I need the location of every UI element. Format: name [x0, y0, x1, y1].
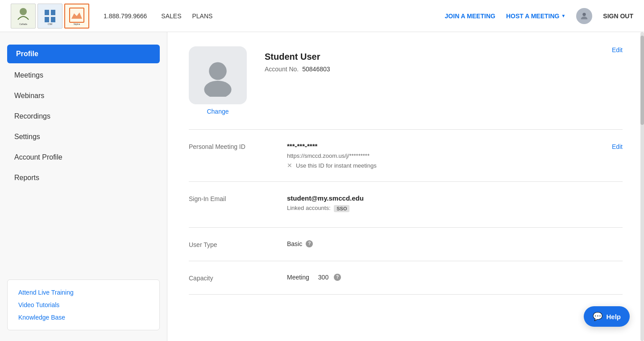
- capacity-label: Capacity: [189, 274, 287, 282]
- main-content: Change Student User Account No. 50846803…: [167, 32, 644, 341]
- account-label: Account No.: [265, 66, 299, 73]
- sign-in-email: student@my.smccd.edu: [287, 194, 623, 202]
- svg-point-0: [20, 8, 27, 15]
- profile-account: Account No. 50846803: [265, 66, 612, 73]
- profile-name: Student User: [265, 52, 612, 62]
- host-meeting-button[interactable]: HOST A MEETING ▼: [506, 12, 565, 20]
- personal-meeting-id-value: ***-***-**** https://smccd.zoom.us/j/***…: [287, 142, 612, 169]
- user-type: Basic: [287, 240, 302, 247]
- personal-meeting-url: https://smccd.zoom.us/j/*********: [287, 152, 612, 159]
- sidebar-help-box: Attend Live Training Video Tutorials Kno…: [7, 279, 160, 330]
- logos: Cañada CSM Skyline: [11, 4, 89, 29]
- canada-college-logo: Cañada: [11, 4, 36, 29]
- sign-in-email-value: student@my.smccd.edu Linked accounts: SS…: [287, 194, 623, 215]
- user-type-row: Basic ?: [287, 240, 623, 247]
- csm-logo: CSM: [37, 4, 62, 29]
- user-type-section: User Type Basic ?: [189, 228, 623, 261]
- header-actions: JOIN A MEETING HOST A MEETING ▼ SIGN OUT: [445, 8, 633, 24]
- sidebar-item-meetings[interactable]: Meetings: [0, 65, 167, 86]
- instant-meeting-label: Use this ID for instant meetings: [296, 162, 377, 169]
- svg-point-9: [583, 12, 586, 16]
- checkbox-x-icon: ✕: [287, 162, 292, 169]
- chevron-down-icon: ▼: [561, 13, 565, 18]
- capacity-value: Meeting 300 ?: [287, 274, 623, 281]
- instant-meeting-row: ✕ Use this ID for instant meetings: [287, 162, 612, 169]
- scrollbar[interactable]: [640, 32, 644, 341]
- capacity-help-icon[interactable]: ?: [334, 274, 341, 281]
- sidebar-nav: Profile Meetings Webinars Recordings Set…: [0, 43, 167, 269]
- video-tutorials-link[interactable]: Video Tutorials: [18, 301, 149, 308]
- sidebar-item-reports[interactable]: Reports: [0, 168, 167, 188]
- header: Cañada CSM Skyline 1.888.799.9666 SALES …: [0, 0, 644, 32]
- sales-nav-link[interactable]: SALES: [161, 12, 181, 20]
- page-layout: Profile Meetings Webinars Recordings Set…: [0, 32, 644, 341]
- capacity-meeting-label: Meeting: [287, 274, 309, 281]
- profile-avatar: [189, 46, 247, 104]
- user-type-value: Basic ?: [287, 240, 623, 247]
- svg-point-11: [204, 81, 231, 97]
- skyline-logo: Skyline: [64, 4, 89, 29]
- svg-rect-2: [45, 10, 49, 15]
- capacity-section: Capacity Meeting 300 ?: [189, 261, 623, 295]
- svg-rect-3: [51, 10, 55, 15]
- svg-text:Skyline: Skyline: [74, 23, 80, 25]
- profile-edit-button[interactable]: Edit: [612, 46, 623, 53]
- user-type-help-icon[interactable]: ?: [306, 240, 313, 247]
- profile-header-section: Change Student User Account No. 50846803…: [189, 46, 623, 130]
- svg-text:CSM: CSM: [48, 23, 52, 25]
- svg-rect-5: [51, 17, 55, 22]
- header-phone: 1.888.799.9666: [104, 12, 147, 20]
- sidebar-item-webinars[interactable]: Webinars: [0, 86, 167, 106]
- sidebar-item-recordings[interactable]: Recordings: [0, 106, 167, 127]
- host-meeting-label: HOST A MEETING: [506, 12, 560, 20]
- linked-accounts-row: Linked accounts: SSO: [287, 205, 623, 212]
- sidebar-item-settings[interactable]: Settings: [0, 127, 167, 147]
- sign-in-email-section: Sign-In Email student@my.smccd.edu Linke…: [189, 182, 623, 228]
- personal-meeting-id-section: Personal Meeting ID ***-***-**** https:/…: [189, 130, 623, 182]
- user-type-label: User Type: [189, 240, 287, 248]
- knowledge-base-link[interactable]: Knowledge Base: [18, 314, 149, 321]
- svg-point-10: [209, 62, 227, 80]
- attend-live-training-link[interactable]: Attend Live Training: [18, 289, 149, 296]
- sidebar-item-profile[interactable]: Profile: [7, 45, 160, 63]
- personal-meeting-id-label: Personal Meeting ID: [189, 142, 287, 150]
- svg-rect-4: [45, 17, 49, 22]
- avatar-icon: [198, 57, 238, 102]
- profile-info: Student User Account No. 50846803: [265, 46, 612, 73]
- sidebar-item-account-profile[interactable]: Account Profile: [0, 147, 167, 168]
- personal-meeting-id: ***-***-****: [287, 142, 612, 150]
- help-fab-icon: 💬: [593, 312, 602, 321]
- sign-out-button[interactable]: SIGN OUT: [603, 12, 633, 20]
- capacity-row: Meeting 300 ?: [287, 274, 623, 281]
- linked-accounts-label: Linked accounts:: [287, 205, 331, 211]
- scrollbar-thumb[interactable]: [640, 36, 644, 125]
- header-nav: SALES PLANS: [161, 12, 212, 20]
- account-number: 50846803: [302, 66, 330, 73]
- help-fab-button[interactable]: 💬 Help: [584, 306, 630, 327]
- sign-in-email-label: Sign-In Email: [189, 194, 287, 202]
- user-avatar-header[interactable]: [576, 8, 592, 24]
- svg-text:Cañada: Cañada: [19, 23, 27, 25]
- personal-meeting-id-edit-button[interactable]: Edit: [612, 142, 623, 150]
- sidebar: Profile Meetings Webinars Recordings Set…: [0, 32, 167, 341]
- capacity-meeting-value: 300: [318, 274, 328, 281]
- profile-avatar-wrap: Change: [189, 46, 247, 115]
- join-meeting-link[interactable]: JOIN A MEETING: [445, 12, 495, 20]
- sso-badge: SSO: [334, 205, 349, 212]
- change-avatar-link[interactable]: Change: [207, 108, 229, 115]
- svg-rect-7: [70, 8, 84, 22]
- plans-nav-link[interactable]: PLANS: [192, 12, 212, 20]
- help-fab-label: Help: [606, 313, 621, 320]
